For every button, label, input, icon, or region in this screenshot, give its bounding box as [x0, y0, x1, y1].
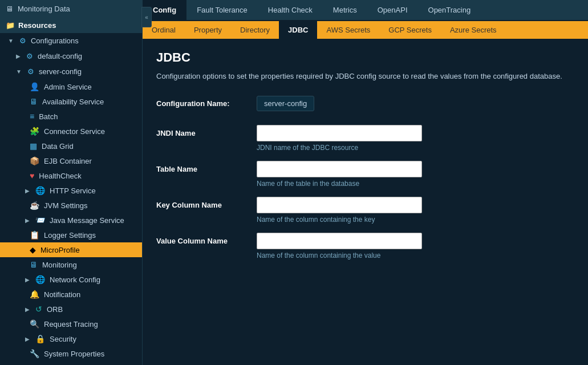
heart-icon: ♥	[30, 171, 34, 180]
sidebar-item-healthcheck[interactable]: ♥ HealthCheck	[0, 168, 142, 183]
table-name-hint: Name of the table in the database	[257, 180, 422, 188]
availability-icon: 🖥	[30, 97, 38, 106]
sidebar-item-monitoring-data[interactable]: 🖥 Monitoring Data	[0, 0, 142, 18]
jvm-icon: ☕	[30, 201, 39, 210]
tab-opentracing[interactable]: OpenTracing	[418, 0, 481, 20]
page-title: JDBC	[156, 50, 574, 65]
sidebar: 🖥 Monitoring Data 📁 Resources ▼ ⚙ Config…	[0, 0, 143, 365]
sidebar-item-system-properties[interactable]: 🔧 System Properties	[0, 346, 142, 361]
tab-health-check[interactable]: Health Check	[258, 0, 323, 20]
sub-tab-bar: Ordinal Property Directory JDBC AWS Secr…	[143, 21, 588, 39]
table-name-label: Table Name	[156, 161, 248, 173]
monitoring-icon: 🖥	[30, 260, 38, 269]
ejb-icon: 📦	[30, 156, 39, 165]
notification-icon: 🔔	[30, 290, 39, 299]
sidebar-item-jvm-settings[interactable]: ☕ JVM Settings	[0, 198, 142, 213]
sidebar-item-microprofile[interactable]: ◆ MicroProfile	[0, 242, 142, 257]
config-name-label: Configuration Name:	[156, 99, 248, 108]
config-icon: ⚙	[19, 36, 26, 45]
tab-openapi[interactable]: OpenAPI	[367, 0, 418, 20]
jndi-name-input[interactable]	[257, 125, 422, 141]
sidebar-item-connector-service[interactable]: 🧩 Connector Service	[0, 124, 142, 139]
connector-icon: 🧩	[30, 127, 39, 136]
sidebar-item-java-message-service[interactable]: ▶ 📨 Java Message Service	[0, 213, 142, 228]
tab-metrics[interactable]: Metrics	[323, 0, 367, 20]
table-name-field: Name of the table in the database	[257, 161, 422, 188]
jndi-name-hint: JDNI name of the JDBC resource	[257, 144, 422, 152]
value-column-name-input[interactable]	[257, 233, 422, 249]
sidebar-item-label: Monitoring Data	[18, 5, 70, 13]
sidebar-item-data-grid[interactable]: ▦ Data Grid	[0, 139, 142, 153]
admin-icon: 👤	[30, 82, 39, 91]
jndi-name-field: JDNI name of the JDBC resource	[257, 125, 422, 152]
config-name-row: Configuration Name: server-config	[156, 96, 574, 111]
sidebar-item-orb[interactable]: ▶ ↺ ORB	[0, 302, 142, 317]
jms-icon: 📨	[35, 216, 45, 225]
content-area: JDBC Configuration options to set the pr…	[143, 39, 588, 365]
batch-icon: ≡	[30, 112, 34, 121]
top-tab-bar: Config Fault Tolerance Health Check Metr…	[143, 0, 588, 21]
key-column-name-hint: Name of the column containing the key	[257, 216, 422, 224]
config-icon-2: ⚙	[26, 52, 33, 60]
sidebar-item-ejb-container[interactable]: 📦 EJB Container	[0, 153, 142, 168]
sidebar-item-availability-service[interactable]: 🖥 Availability Service	[0, 94, 142, 109]
sidebar-resources-section[interactable]: 📁 Resources	[0, 18, 142, 33]
sub-tab-directory[interactable]: Directory	[231, 21, 279, 39]
sidebar-item-http-service[interactable]: ▶ 🌐 HTTP Service	[0, 183, 142, 198]
sub-tab-gcp-secrets[interactable]: GCP Secrets	[379, 21, 441, 39]
orb-expand-icon: ▶	[25, 306, 30, 313]
system-properties-icon: 🔧	[30, 349, 39, 358]
page-description: Configuration options to set the propert…	[156, 71, 574, 82]
expand-icon-2: ▶	[16, 53, 21, 59]
configurations-row[interactable]: ▼ ⚙ Configurations	[0, 33, 142, 48]
security-icon: 🔒	[35, 334, 45, 343]
sidebar-item-request-tracing[interactable]: 🔍 Request Tracing	[0, 317, 142, 331]
http-expand-icon: ▶	[25, 188, 30, 194]
sidebar-item-notification[interactable]: 🔔 Notification	[0, 287, 142, 302]
config-icon-3: ⚙	[27, 67, 34, 76]
table-name-input[interactable]	[257, 161, 422, 177]
server-config-row[interactable]: ▼ ⚙ server-config	[0, 64, 142, 79]
data-grid-icon: ▦	[30, 141, 37, 151]
sidebar-item-batch[interactable]: ≡ Batch	[0, 109, 142, 124]
sidebar-collapse-button[interactable]: «	[141, 7, 152, 27]
network-expand-icon: ▶	[25, 277, 30, 283]
microprofile-icon: ◆	[30, 245, 36, 254]
value-column-name-label: Value Column Name	[156, 233, 248, 245]
sidebar-item-admin-service[interactable]: 👤 Admin Service	[0, 79, 142, 94]
key-column-name-label: Key Column Name	[156, 197, 248, 209]
sidebar-item-security[interactable]: ▶ 🔒 Security	[0, 331, 142, 346]
value-column-name-row: Value Column Name Name of the column con…	[156, 233, 574, 259]
value-column-name-hint: Name of the column containing the value	[257, 252, 422, 259]
main-panel: Config Fault Tolerance Health Check Metr…	[143, 0, 588, 365]
tab-fault-tolerance[interactable]: Fault Tolerance	[186, 0, 258, 20]
sub-tab-aws-secrets[interactable]: AWS Secrets	[317, 21, 379, 39]
monitor-icon: 🖥	[6, 5, 13, 13]
default-config-row[interactable]: ▶ ⚙ default-config	[0, 48, 142, 64]
key-column-name-row: Key Column Name Name of the column conta…	[156, 197, 574, 224]
sub-tab-azure-secrets[interactable]: Azure Secrets	[441, 21, 506, 39]
security-expand-icon: ▶	[25, 336, 30, 342]
key-column-name-input[interactable]	[257, 197, 422, 213]
expand-icon: ▼	[8, 38, 14, 44]
jms-expand-icon: ▶	[25, 217, 30, 224]
expand-icon-3: ▼	[16, 68, 22, 75]
value-column-name-field: Name of the column containing the value	[257, 233, 422, 259]
sidebar-item-monitoring[interactable]: 🖥 Monitoring	[0, 257, 142, 272]
network-icon: 🌐	[35, 275, 45, 284]
key-column-name-field: Name of the column containing the key	[257, 197, 422, 224]
jndi-name-label: JNDI Name	[156, 125, 248, 137]
jndi-name-row: JNDI Name JDNI name of the JDBC resource	[156, 125, 574, 152]
request-tracing-icon: 🔍	[30, 319, 39, 328]
sub-tab-jdbc[interactable]: JDBC	[279, 21, 317, 39]
sub-tab-property[interactable]: Property	[185, 21, 231, 39]
logger-icon: 📋	[30, 230, 39, 240]
sidebar-item-logger-settings[interactable]: 📋 Logger Settings	[0, 228, 142, 242]
http-icon: 🌐	[35, 186, 45, 195]
config-name-value: server-config	[257, 96, 314, 111]
orb-icon: ↺	[35, 305, 42, 314]
sidebar-item-network-config[interactable]: ▶ 🌐 Network Config	[0, 272, 142, 287]
table-name-row: Table Name Name of the table in the data…	[156, 161, 574, 188]
folder-icon: 📁	[6, 21, 15, 30]
